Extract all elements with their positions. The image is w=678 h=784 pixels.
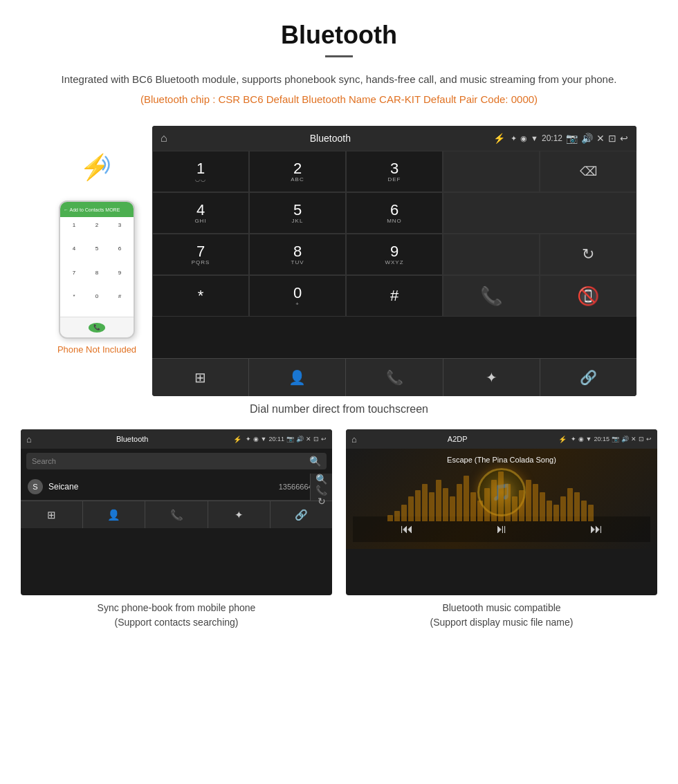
screen-title: Bluetooth [173, 133, 488, 144]
music-body: Escape (The Pina Colada Song) 🎵 ⏮ ⏯ ⏭ [346, 449, 657, 549]
close-icon[interactable]: ✕ [596, 133, 605, 144]
time-s: 20:11 [268, 436, 284, 442]
phonebook-search-bar[interactable]: Search 🔍 [26, 453, 327, 469]
vol-icon-s[interactable]: 🔊 [296, 436, 304, 442]
call-green-btn[interactable]: 📞 [443, 275, 540, 317]
key-8[interactable]: 8 TUV [249, 234, 346, 275]
phonebook-header: ⌂ Bluetooth ⚡ ✦ ◉ ▼ 20:11 📷 🔊 ✕ ⊡ ↩ [21, 429, 332, 449]
close-icon-m[interactable]: ✕ [631, 436, 636, 442]
pb-nav-bt[interactable]: ✦ [208, 501, 271, 528]
back-icon-s[interactable]: ↩ [321, 436, 327, 442]
side-refresh-icon[interactable]: ↻ [318, 496, 326, 507]
car-screen-header: ⌂ Bluetooth ⚡ ✦ ◉ ▼ 20:12 📷 🔊 ✕ ⊡ ↩ [152, 126, 636, 151]
key-7[interactable]: 7 PQRS [152, 234, 249, 275]
music-screen[interactable]: ⌂ A2DP ⚡ ✦ ◉ ▼ 20:15 📷 🔊 ✕ ⊡ ↩ [346, 429, 657, 595]
next-btn[interactable]: ⏭ [590, 522, 603, 536]
home-icon[interactable]: ⌂ [161, 132, 167, 144]
side-search-icon[interactable]: 🔍 [315, 474, 327, 485]
music-status: ✦ ◉ ▼ 20:15 📷 🔊 ✕ ⊡ ↩ [571, 436, 652, 442]
win-icon-s[interactable]: ⊡ [313, 436, 319, 442]
search-placeholder: Search [32, 457, 305, 465]
key-6[interactable]: 6 MNO [346, 192, 443, 234]
bt-icon-m: ✦ [571, 436, 576, 442]
music-header: ⌂ A2DP ⚡ ✦ ◉ ▼ 20:15 📷 🔊 ✕ ⊡ ↩ [346, 429, 657, 449]
close-icon-s[interactable]: ✕ [306, 436, 311, 442]
music-block: ⌂ A2DP ⚡ ✦ ◉ ▼ 20:15 📷 🔊 ✕ ⊡ ↩ [346, 429, 657, 630]
page-specs: (Bluetooth chip : CSR BC6 Default Blueto… [42, 93, 636, 105]
song-title: Escape (The Pina Colada Song) [447, 456, 556, 464]
key-2[interactable]: 2 ABC [249, 151, 346, 192]
bottom-screenshots: ⌂ Bluetooth ⚡ ✦ ◉ ▼ 20:11 📷 🔊 ✕ ⊡ ↩ Sear… [0, 429, 678, 630]
cam-icon-m[interactable]: 📷 [612, 436, 619, 442]
status-icons: ✦ ◉ ▼ 20:12 📷 🔊 ✕ ⊡ ↩ [511, 133, 628, 144]
volume-icon[interactable]: 🔊 [581, 133, 593, 144]
key-4[interactable]: 4 GHI [152, 192, 249, 234]
usb-icon: ⚡ [493, 133, 505, 144]
phonebook-block: ⌂ Bluetooth ⚡ ✦ ◉ ▼ 20:11 📷 🔊 ✕ ⊡ ↩ Sear… [21, 429, 332, 630]
phonebook-title: Bluetooth [36, 435, 229, 443]
call-green-icon: 📞 [480, 286, 502, 307]
pb-nav-grid[interactable]: ⊞ [21, 501, 83, 528]
music-title: A2DP [361, 435, 554, 443]
phone-keypad: 1 2 3 4 5 6 7 8 9 * 0 # [60, 217, 134, 317]
search-icon-btn[interactable]: 🔍 [309, 456, 321, 467]
contact-avatar: S [28, 479, 43, 494]
contact-row[interactable]: S Seicane 13566664466 [21, 474, 332, 501]
nav-link-btn[interactable]: 🔗 [540, 359, 636, 396]
page-header: Bluetooth Integrated with BC6 Bluetooth … [0, 0, 678, 126]
title-divider [325, 55, 353, 57]
usb-icon-small: ⚡ [233, 436, 241, 443]
phone-top-bar: ← Add to Contacts MORE [60, 202, 134, 217]
empty-5 [443, 234, 540, 275]
music-caption: Bluetooth music compatible (Support disp… [430, 601, 574, 630]
call-red-icon: 📵 [577, 286, 599, 307]
nav-contacts-btn[interactable]: 👤 [249, 359, 346, 396]
home-icon-music[interactable]: ⌂ [351, 434, 357, 445]
win-icon-m[interactable]: ⊡ [639, 436, 644, 442]
key-0[interactable]: 0 + [249, 275, 346, 317]
time-display: 20:12 [542, 133, 562, 143]
key-9[interactable]: 9 WXYZ [346, 234, 443, 275]
pb-nav-phone[interactable]: 📞 [145, 501, 208, 528]
bluetooth-status-icon: ✦ [511, 134, 517, 143]
key-hash[interactable]: # [346, 275, 443, 317]
key-3[interactable]: 3 DEF [346, 151, 443, 192]
phone-mockup-image: ← Add to Contacts MORE 1 2 3 4 5 6 7 8 9… [59, 200, 135, 339]
nav-grid-btn[interactable]: ⊞ [152, 359, 249, 396]
usb-icon-music: ⚡ [558, 436, 567, 443]
cam-icon-s[interactable]: 📷 [286, 436, 294, 442]
side-phone-icon[interactable]: 📞 [315, 485, 327, 496]
call-red-btn[interactable]: 📵 [540, 275, 636, 317]
loc-icon-m: ◉ [578, 436, 584, 442]
prev-btn[interactable]: ⏮ [401, 522, 413, 536]
dialpad-grid: 1 ◡◡ 2 ABC 3 DEF ⌫ 4 GHI 5 JKL [152, 151, 636, 358]
empty-4 [443, 192, 636, 234]
window-icon[interactable]: ⊡ [608, 133, 616, 144]
loc-icon-s: ◉ [253, 436, 259, 442]
eq-visualizer [387, 466, 657, 521]
car-screen-nav: ⊞ 👤 📞 ✦ 🔗 [152, 358, 636, 396]
phonebook-nav: ⊞ 👤 📞 ✦ 🔗 [21, 501, 332, 528]
location-icon: ◉ [520, 134, 527, 143]
play-pause-btn[interactable]: ⏯ [495, 522, 508, 536]
key-star[interactable]: * [152, 275, 249, 317]
vol-icon-m[interactable]: 🔊 [621, 436, 629, 442]
delete-btn[interactable]: ⌫ [540, 151, 636, 192]
refresh-btn[interactable]: ↻ [540, 234, 636, 275]
camera-icon[interactable]: 📷 [566, 133, 578, 144]
phonebook-screen[interactable]: ⌂ Bluetooth ⚡ ✦ ◉ ▼ 20:11 📷 🔊 ✕ ⊡ ↩ Sear… [21, 429, 332, 595]
car-dial-screen[interactable]: ⌂ Bluetooth ⚡ ✦ ◉ ▼ 20:12 📷 🔊 ✕ ⊡ ↩ 1 ◡◡ [152, 126, 636, 396]
pb-nav-contacts[interactable]: 👤 [83, 501, 145, 528]
sig-icon-m: ▼ [586, 436, 592, 442]
home-icon-small[interactable]: ⌂ [26, 434, 32, 445]
signal-icon: ▼ [531, 134, 538, 142]
nav-bluetooth-btn[interactable]: ✦ [443, 359, 540, 396]
contact-name: Seicane [48, 482, 279, 492]
key-1[interactable]: 1 ◡◡ [152, 151, 249, 192]
nav-phone-btn[interactable]: 📞 [346, 359, 443, 396]
back-icon-m[interactable]: ↩ [646, 436, 652, 442]
display-area [443, 151, 540, 192]
back-icon[interactable]: ↩ [620, 133, 628, 144]
key-5[interactable]: 5 JKL [249, 192, 346, 234]
bt-icon-s: ✦ [246, 436, 251, 442]
